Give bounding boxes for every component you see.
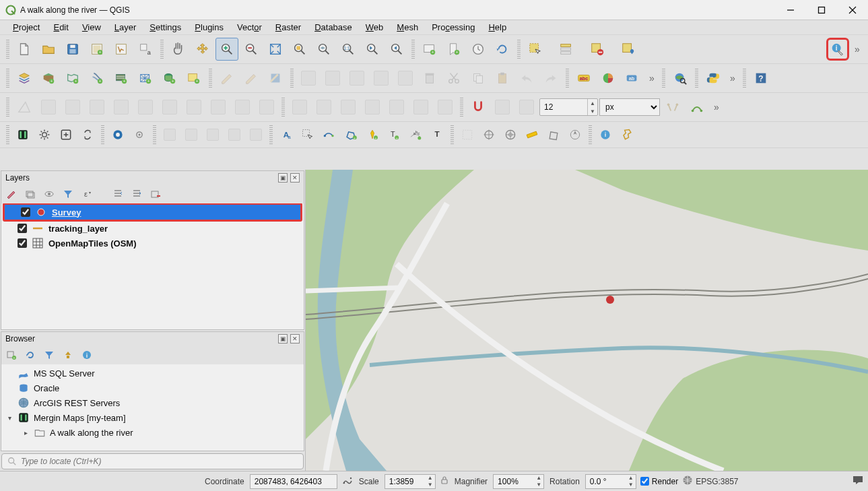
mesh-tool-4[interactable] xyxy=(224,125,244,145)
metasearch-button[interactable] xyxy=(669,67,692,90)
refresh-button[interactable] xyxy=(491,38,514,61)
add-group-button[interactable] xyxy=(24,188,36,200)
mesh-tool-3[interactable] xyxy=(203,125,223,145)
zoom-native-button[interactable]: 1:1 xyxy=(337,38,360,61)
new-gps-layer-button[interactable]: + xyxy=(158,67,181,90)
menu-database[interactable]: Database xyxy=(308,21,358,34)
annotation-text-format-button[interactable]: T xyxy=(427,125,447,145)
refresh-browser-button[interactable] xyxy=(24,349,36,361)
select-annotation-button[interactable] xyxy=(298,125,318,145)
mesh-tool-2[interactable] xyxy=(181,125,201,145)
zoom-to-selection-button[interactable] xyxy=(288,38,311,61)
open-layer-styling-button[interactable] xyxy=(5,188,18,200)
layer-row-tracking[interactable]: tracking_layer xyxy=(1,221,304,236)
toolbar-overflow-icon[interactable]: » xyxy=(850,38,864,61)
spin-down-icon[interactable]: ▼ xyxy=(588,107,597,115)
expand-all-button[interactable] xyxy=(112,188,124,200)
shape-tool-6[interactable] xyxy=(409,96,432,119)
new-spatial-bookmark-button[interactable]: + xyxy=(442,38,465,61)
menu-view[interactable]: View xyxy=(76,21,107,34)
deselect-all-button[interactable] xyxy=(586,38,609,61)
shape-tool-1[interactable] xyxy=(288,96,311,119)
layer-visibility-checkbox[interactable] xyxy=(18,238,27,248)
toolbar-grip[interactable] xyxy=(662,69,665,88)
create-text-along-line-button[interactable]: abc xyxy=(405,125,426,145)
adv-tool-7[interactable] xyxy=(182,96,205,119)
toolbar-grip[interactable] xyxy=(411,40,415,59)
layer-row-survey[interactable]: Survey xyxy=(5,205,300,220)
processing-toolbox-button[interactable] xyxy=(617,125,637,145)
undo-button[interactable] xyxy=(515,67,538,90)
new-project-button[interactable] xyxy=(13,38,36,61)
temporal-controller-button[interactable] xyxy=(467,38,490,61)
identify-features-button[interactable]: i xyxy=(826,38,849,61)
add-selected-layers-button[interactable]: + xyxy=(5,349,18,361)
magnifier-input[interactable]: ▲▼ xyxy=(493,474,544,489)
scale-feature-button[interactable] xyxy=(500,125,521,145)
measure-area-button[interactable] xyxy=(543,125,564,145)
menu-vector[interactable]: Vector xyxy=(231,21,268,34)
paste-features-button[interactable] xyxy=(491,67,514,90)
locator-bar[interactable] xyxy=(1,453,304,469)
collapse-all-button[interactable] xyxy=(131,188,143,200)
pan-button[interactable] xyxy=(167,38,190,61)
toolbar-grip[interactable] xyxy=(695,69,698,88)
snapping-unit-select[interactable]: px xyxy=(599,98,660,116)
mergin-configure-button[interactable] xyxy=(34,125,55,145)
digitize-with-segment-button[interactable] xyxy=(321,67,344,90)
layers-tree[interactable]: Survey tracking_layer OpenMapTiles (OSM) xyxy=(1,203,304,329)
browser-item-oracle[interactable]: Oracle xyxy=(1,381,304,395)
topological-editing-button[interactable] xyxy=(661,96,684,119)
measure-line-button[interactable] xyxy=(522,125,542,145)
show-map-tips-button[interactable]: i xyxy=(595,125,615,145)
new-print-layout-button[interactable]: + xyxy=(86,38,108,61)
toolbar-grip[interactable] xyxy=(589,125,592,144)
highlight-pinned-labels-button[interactable]: ab xyxy=(621,67,644,90)
magnifier-value[interactable] xyxy=(494,477,534,486)
show-diagrams-button[interactable] xyxy=(597,67,620,90)
browser-item-arcgis[interactable]: ArcGIS REST Servers xyxy=(1,395,304,410)
enable-adv-digitizing-button[interactable] xyxy=(13,96,36,119)
crs-button[interactable]: EPSG:3857 xyxy=(682,475,738,488)
snapping-tolerance-value[interactable] xyxy=(540,99,587,115)
style-manager-button[interactable]: a xyxy=(134,38,157,61)
data-source-manager-button[interactable] xyxy=(13,67,36,90)
toolbar-grip[interactable] xyxy=(209,69,212,88)
annotation-text-button[interactable]: Aa xyxy=(276,125,296,145)
pan-to-selection-button[interactable] xyxy=(191,38,214,61)
menu-web[interactable]: Web xyxy=(360,21,390,34)
panel-close-button[interactable]: ✕ xyxy=(290,334,300,343)
measure-bearing-button[interactable] xyxy=(565,125,585,145)
snapping-options-button[interactable] xyxy=(491,96,514,119)
mesh-tool-1[interactable] xyxy=(160,125,180,145)
menu-raster[interactable]: Raster xyxy=(269,21,307,34)
toolbar-grip[interactable] xyxy=(6,40,9,59)
new-shapefile-layer-button[interactable]: + xyxy=(61,67,84,90)
adv-tool-6[interactable] xyxy=(158,96,181,119)
browser-item-project[interactable]: ▸A walk along the river xyxy=(1,425,304,440)
cut-features-button[interactable] xyxy=(442,67,465,90)
toolbar-grip[interactable] xyxy=(460,98,463,117)
osm-download-button[interactable] xyxy=(108,125,128,145)
browser-item-mssql[interactable]: MS SQL Server xyxy=(1,366,304,381)
lock-scale-icon[interactable] xyxy=(440,476,449,487)
select-by-value-button[interactable] xyxy=(555,38,578,61)
add-feature-button[interactable] xyxy=(297,67,320,90)
toolbar-overflow-icon[interactable]: » xyxy=(726,67,739,90)
move-feature-button[interactable] xyxy=(345,67,368,90)
delete-selected-button[interactable] xyxy=(418,67,441,90)
menu-mesh[interactable]: Mesh xyxy=(391,21,424,34)
menu-plugins[interactable]: Plugins xyxy=(189,21,230,34)
zoom-next-button[interactable] xyxy=(385,38,408,61)
filter-by-expression-button[interactable]: ε▾ xyxy=(81,188,93,200)
menu-help[interactable]: Help xyxy=(482,21,512,34)
layer-visibility-checkbox[interactable] xyxy=(21,207,30,217)
rotation-input[interactable]: ▲▼ xyxy=(585,474,636,489)
adv-tool-5[interactable] xyxy=(134,96,157,119)
toolbar-grip[interactable] xyxy=(153,125,156,144)
extents-toggle-icon[interactable] xyxy=(341,474,354,488)
toolbar-overflow-icon[interactable]: » xyxy=(710,96,723,119)
help-button[interactable]: ? xyxy=(749,67,772,90)
toolbar-grip[interactable] xyxy=(517,40,521,59)
menu-layer[interactable]: Layer xyxy=(108,21,143,34)
